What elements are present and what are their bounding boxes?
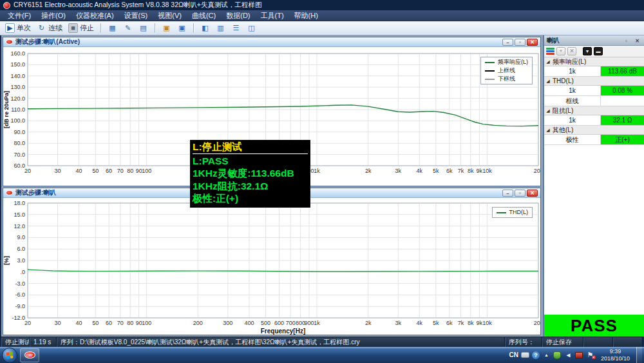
pin-icon[interactable]: ▫ [622,37,630,44]
menu-item-1[interactable]: 操作(O) [36,10,71,21]
stop-button[interactable]: ■停止 [66,23,96,34]
main-area: 测试步骤:喇叭(Active) – ▫ ✕ 160.0150.0140.0130… [0,35,644,337]
legend-line-swatch [485,70,495,72]
action-center-flag-icon[interactable]: ⚑✕ [586,351,594,359]
clock-date: 2018/10/10 [601,355,630,362]
menu-item-8[interactable]: 帮助(H) [289,10,323,21]
continuous-run-button[interactable]: ↻连续 [35,23,64,34]
menu-item-2[interactable]: 仪器校准(A) [71,10,119,21]
legend-item: 上框线 [485,66,528,75]
chart-window-icon [6,190,13,195]
curve-icon: ✎ [123,23,133,33]
save-file-button[interactable]: ▣ [175,23,189,34]
add-measurement-button[interactable]: + [556,47,565,55]
layout-vertical-button[interactable]: ◫ [245,23,258,34]
collapse-all-button[interactable]: ▬ [594,47,603,55]
measurement-panel-toolbar: + ✕ ▼ ▬ [544,46,644,57]
expander-icon[interactable]: ◢ [545,59,551,64]
expand-all-button[interactable]: ▼ [583,47,592,55]
toolbar-separator [193,23,194,33]
open-file-button[interactable]: ▣ [160,23,173,34]
overlay-result-line: L:PASS [193,155,308,168]
measurement-group-row[interactable]: ◢阻抗(L) [544,106,644,115]
status-segment-6 [613,337,643,347]
svg-text:9k: 9k [477,320,483,326]
expander-icon[interactable]: ◢ [545,79,551,84]
measurement-group-row[interactable]: ◢THD(L) [544,77,644,86]
taskbar: CRY CN ? ▲ ◄ ⚑✕ 9:39 2018/10/10 [0,347,644,363]
new-window-button[interactable]: ◧ [198,23,212,34]
minimize-button[interactable]: – [502,190,513,197]
keyboard-icon[interactable] [521,351,529,359]
legend-label: 下框线 [498,75,515,83]
measurement-group-label: THD(L) [553,77,574,84]
svg-text:300: 300 [223,320,232,326]
legend-line-swatch [485,62,495,63]
panel-close-icon[interactable]: ✕ [633,37,641,44]
measurement-label-cell: 极性 [544,135,601,144]
close-button[interactable]: ✕ [527,39,538,46]
menu-item-4[interactable]: 视图(V) [153,10,187,21]
restore-button[interactable]: ▫ [515,190,526,197]
display-tray-icon[interactable] [575,351,583,359]
measurement-group-label: 阻抗(L) [553,106,573,115]
measurement-group-row[interactable]: ◢其他(L) [544,126,644,135]
legend-label: THD(L) [509,208,529,217]
security-shield-icon[interactable] [553,351,562,359]
status-segment-5 [583,337,613,347]
menu-item-0[interactable]: 文件(F) [3,10,36,21]
svg-text:100: 100 [142,320,151,326]
svg-text:6.0: 6.0 [17,246,25,252]
remove-measurement-button[interactable]: ✕ [567,47,576,55]
overlay-result-line: L:停止测试 [193,141,308,154]
restore-button[interactable]: ▫ [515,39,526,46]
measurement-group-row[interactable]: ◢频率响应(L) [544,57,644,66]
taskbar-clock[interactable]: 9:39 2018/10/10 [597,348,634,362]
svg-text:400: 400 [244,320,254,326]
menu-item-6[interactable]: 数据(D) [221,10,255,21]
svg-text:90: 90 [136,320,142,326]
window-title: CRY6151 Electro-acoustic Analysis System… [14,1,262,10]
show-desktop-button[interactable] [636,347,642,363]
svg-text:12.0: 12.0 [14,223,25,230]
single-run-button[interactable]: ▶单次 [3,23,33,34]
volume-icon[interactable]: ◄ [564,351,573,359]
status-segment-2: 序列：D:\测试模板V8.0_0225\喇叭测试\32Ω喇叭+失真测试，工程样图… [57,337,505,347]
svg-text:-12.0: -12.0 [12,315,25,321]
language-indicator[interactable]: CN [509,351,518,358]
overlay-result-line: 1KHz阻抗:32.1Ω [193,180,308,193]
minimize-button[interactable]: – [502,39,513,46]
svg-text:70: 70 [117,168,124,174]
svg-text:4k: 4k [416,168,422,174]
svg-text:20k: 20k [534,168,540,174]
tray-expand-icon[interactable]: ▲ [542,351,551,359]
svg-text:200: 200 [193,320,203,326]
measurement-row: 1k113.66 dB [544,66,644,77]
taskbar-app-cry6151[interactable]: CRY [20,348,39,362]
svg-text:150.0: 150.0 [10,61,25,68]
expander-icon[interactable]: ◢ [545,108,551,113]
menu-item-5[interactable]: 曲线(C) [187,10,221,21]
report-button[interactable]: ▤ [137,23,150,34]
svg-text:3k: 3k [395,320,401,326]
svg-text:7k: 7k [458,168,464,174]
new-chart-button[interactable]: ▥ [214,23,227,34]
menu-item-7[interactable]: 工具(T) [256,10,289,21]
start-button[interactable] [2,348,17,363]
curve-edit-button[interactable]: ✎ [121,23,135,34]
test-config-button[interactable]: ▦ [106,23,119,34]
system-tray: CN ? ▲ ◄ ⚑✕ 9:39 2018/10/10 [509,347,643,363]
menu-item-3[interactable]: 设置(S) [119,10,153,21]
measurement-row: 1k0.08 % [544,86,644,96]
chart-window-titlebar[interactable]: 测试步骤:喇叭(Active) – ▫ ✕ [3,37,540,47]
expander-icon[interactable]: ◢ [545,128,551,133]
svg-text:8k: 8k [468,168,474,174]
help-tray-icon[interactable]: ? [532,351,540,359]
layers-icon[interactable] [546,48,554,55]
chart-window-icon [6,39,13,44]
layout-horizontal-button[interactable]: ☰ [229,23,243,34]
toolbar: ▶单次↻连续■停止▦✎▤▣▣◧▥☰◫ [0,21,644,35]
svg-text:60: 60 [106,320,112,326]
svg-text:15.0: 15.0 [14,211,25,218]
close-button[interactable]: ✕ [527,190,538,197]
